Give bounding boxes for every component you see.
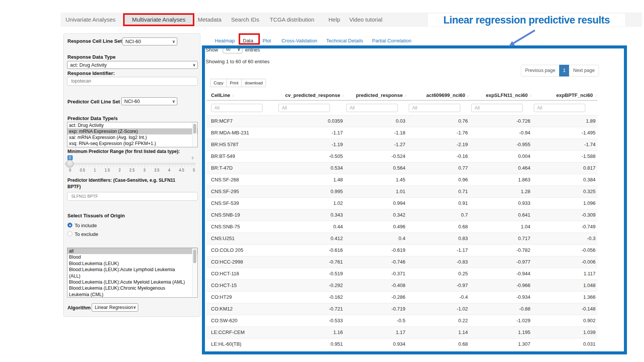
tab-partial-correlation[interactable]: Partial Correlation	[372, 38, 411, 44]
predictor-data-type-option[interactable]: act: Drug Activity	[67, 122, 197, 128]
cell-value: 0.91	[407, 197, 470, 209]
nav-item-search-ids[interactable]: Search IDs	[231, 12, 259, 27]
cell-line-name: CO:HCT-116	[206, 268, 277, 279]
cell-value: 0.004	[470, 150, 532, 162]
cell-line-name: CNS:SNB-19	[206, 209, 277, 221]
response-identifier-input[interactable]: topotecan	[67, 77, 198, 86]
scrollbar[interactable]	[192, 123, 197, 147]
cell-value: -0.4	[407, 291, 470, 303]
chevron-down-icon: ∨	[172, 98, 175, 105]
tissue-listbox[interactable]: allBloodBlood:Leukemia (LEUK)Blood:Leuke…	[67, 248, 198, 298]
cell-line-name: CNS:U251	[206, 232, 277, 244]
cell-value: -0.505	[277, 150, 345, 162]
nav-item-tcga-distribution[interactable]: TCGA distribution	[270, 12, 314, 27]
column-header-expbptf_nci60[interactable]: expBPTF_nci60↓↑	[532, 90, 597, 100]
cell-value: 1.14	[407, 326, 470, 338]
filter-input-cellline[interactable]	[211, 104, 263, 112]
download-button[interactable]: download	[241, 79, 266, 87]
filter-input-cv_predicted_response[interactable]	[278, 104, 330, 112]
predictor-data-type-option[interactable]: xsq: RNA-seq Expression (log2 FPKM+1.)	[67, 140, 197, 147]
show-entries-select[interactable]: 60 ∨	[223, 46, 242, 53]
cell-value: 1.307	[470, 338, 532, 350]
cell-value: -0.5	[345, 315, 407, 326]
cell-value: 0.03	[345, 115, 407, 127]
chevron-down-icon: ∨	[238, 46, 240, 53]
tissue-option[interactable]: Blood	[67, 254, 197, 260]
filter-input-expslfn11_nci60[interactable]	[471, 104, 523, 112]
table-row: LE:CCRF-CEM1.161.171.141.1951.039	[206, 326, 597, 338]
filter-input-predicted_response[interactable]	[346, 104, 398, 112]
tissue-option[interactable]: all	[67, 248, 197, 254]
cell-value: -0.056	[532, 244, 597, 256]
slider-handle[interactable]	[66, 160, 73, 167]
cell-line-name: BR:HS 578T	[206, 139, 277, 150]
cell-line-name: CO:HCC-2998	[206, 256, 277, 268]
tab-plot[interactable]: Plot	[263, 38, 271, 44]
nav-item-video-tutorial[interactable]: Video tutorial	[349, 12, 382, 27]
next-page-button[interactable]: Next page	[569, 65, 599, 76]
predictor-identifiers-input[interactable]: SLFN11 BPTF	[67, 192, 198, 201]
cell-value: -1.029	[470, 315, 532, 326]
column-header-act609699_nci60[interactable]: act609699_nci60↓↑	[407, 90, 470, 100]
copy-button[interactable]: Copy	[210, 79, 227, 87]
nav-item-metadata[interactable]: Metadata	[198, 12, 222, 27]
predictor-data-types-label: Predictor Data Type/s	[67, 115, 118, 121]
print-button[interactable]: Print	[227, 79, 242, 87]
algorithm-select[interactable]: Linear Regression ∨	[92, 303, 138, 312]
cell-value: 0.564	[345, 162, 407, 174]
cell-value: -0.719	[345, 303, 407, 315]
page-1-button[interactable]: 1	[559, 65, 569, 76]
cell-value: 0.934	[345, 338, 407, 350]
scrollbar[interactable]	[192, 248, 197, 297]
scrollbar-thumb[interactable]	[193, 250, 196, 263]
response-data-type-label: Response Data Type	[67, 54, 116, 60]
filter-input-expbptf_nci60[interactable]	[534, 104, 585, 112]
table-row: CO:HT29-0.162-0.286-0.4-0.9341.366	[206, 291, 597, 303]
nav-item-help[interactable]: Help	[328, 12, 340, 27]
response-cell-line-set-value: NCI-60	[125, 38, 141, 45]
predictor-cell-line-set-select[interactable]: NCI-60 ∨	[121, 97, 177, 105]
cell-value: 1.04	[470, 221, 532, 232]
tissue-option[interactable]: Blood:Leukemia (LEUK):Chronic Myelogenou…	[67, 285, 197, 298]
column-header-expslfn11_nci60[interactable]: expSLFN11_nci60↓↑	[470, 90, 532, 100]
column-header-cellline[interactable]: CellLine↓↑	[206, 90, 277, 100]
tissue-option[interactable]: Blood:Leukemia (LEUK)	[67, 261, 197, 267]
tissue-option[interactable]: Blood:Leukemia (LEUK):Acute Lymphoid Leu…	[67, 267, 197, 279]
cell-value: 0.951	[277, 338, 345, 350]
cell-value: 0.325	[532, 186, 597, 197]
tab-technical-details[interactable]: Technical Details	[326, 38, 363, 44]
nav-item-univariate-analyses[interactable]: Univariate Analyses	[66, 12, 116, 27]
tab-cross-validation[interactable]: Cross-Validation	[281, 38, 317, 44]
cell-value: -0.94	[470, 127, 532, 139]
column-header-cv_predicted_response[interactable]: cv_predicted_response↓↑	[277, 90, 345, 100]
table-row: CO:KM12-0.721-0.719-1.02-0.88-0.148	[206, 303, 597, 315]
cell-value: -0.3	[532, 232, 597, 244]
tab-heatmap[interactable]: Heatmap	[215, 38, 235, 44]
predictor-data-types-listbox[interactable]: act: Drug Activityexp: mRNA Expression (…	[67, 122, 198, 147]
cell-value: 0.4	[345, 232, 407, 244]
cell-value: 1.28	[470, 186, 532, 197]
cell-line-name: CO:SW-620	[206, 315, 277, 326]
cell-value: -1.18	[345, 127, 407, 139]
slider-track[interactable]	[64, 163, 196, 165]
slider-tick-label: 1.5	[105, 168, 110, 172]
nav-item-active-redbox[interactable]: Multivariate Analyses	[123, 13, 194, 26]
cell-value: 0.96	[407, 174, 470, 186]
response-cell-line-set-select[interactable]: NCI-60 ∨	[122, 37, 177, 45]
cell-line-name: BR:T-47D	[206, 162, 277, 174]
filter-input-act609699_nci60[interactable]	[409, 104, 460, 112]
nav-item-multivariate-analyses[interactable]: Multivariate Analyses	[125, 15, 193, 25]
tissue-include-radio[interactable]	[67, 223, 72, 228]
tissue-option[interactable]: Blood:Leukemia (LEUK):Acute Myeloid Leuk…	[67, 279, 197, 285]
response-data-type-select[interactable]: act: Drug Activity ∨	[67, 61, 198, 69]
chevron-down-icon: ∨	[172, 38, 175, 45]
show-entries-label: Show	[206, 47, 218, 53]
cell-value: -0.746	[345, 256, 407, 268]
previous-page-button[interactable]: Previous page	[521, 65, 560, 76]
predictor-data-type-option[interactable]: exp: mRNA Expression (Z-Score)	[67, 128, 197, 134]
scrollbar-thumb[interactable]	[193, 124, 196, 134]
tissue-exclude-radio[interactable]	[67, 231, 72, 236]
cell-line-name: CNS:SF-539	[206, 197, 277, 209]
column-header-predicted_response[interactable]: predicted_response↓↑	[345, 90, 407, 100]
predictor-data-type-option[interactable]: xai: mRNA Expression (Avg. log2 Int.)	[67, 134, 197, 140]
